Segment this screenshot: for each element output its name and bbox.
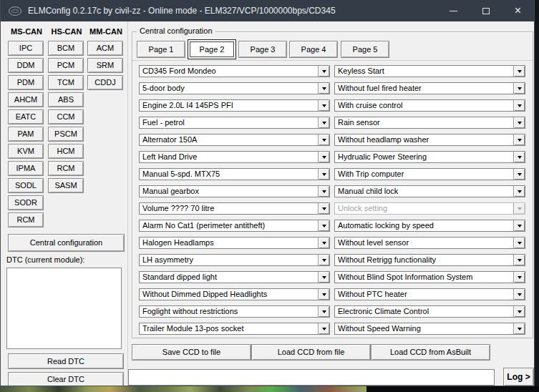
dropdown-arrow-button[interactable]: [513, 323, 525, 334]
dropdown-arrow-button[interactable]: [513, 272, 525, 283]
dropdown-arrow-button[interactable]: [318, 306, 329, 317]
dropdown-arrow-button[interactable]: [513, 100, 525, 111]
tab-page-2[interactable]: Page 2: [188, 39, 236, 59]
minimize-button[interactable]: [437, 0, 470, 21]
module-button-ms-can-kvm[interactable]: KVM: [8, 144, 44, 159]
dropdown-arrow-button[interactable]: [318, 323, 329, 334]
module-button-ms-can-sodl[interactable]: SODL: [8, 178, 44, 193]
config-dropdown-right-5[interactable]: Without headlamp washer: [334, 134, 525, 146]
module-button-mm-can-srm[interactable]: SRM: [87, 58, 123, 73]
config-dropdown-left-5[interactable]: Alternator 150A: [139, 134, 330, 146]
dropdown-arrow-button[interactable]: [513, 186, 525, 197]
config-dropdown-left-9[interactable]: Volume ???? 70 litre: [139, 202, 330, 215]
module-button-hs-can-pcm[interactable]: PCM: [48, 58, 84, 73]
dropdown-arrow-button[interactable]: [513, 169, 525, 180]
module-button-ms-can-ahcm[interactable]: AHCM: [8, 92, 44, 107]
dropdown-arrow-button[interactable]: [318, 66, 329, 77]
dropdown-arrow-button[interactable]: [318, 203, 329, 214]
config-dropdown-left-8[interactable]: Manual gearbox: [139, 185, 330, 197]
module-button-hs-can-rcm[interactable]: RCM: [48, 161, 84, 176]
module-button-mm-can-cddj[interactable]: CDDJ: [87, 75, 123, 90]
central-configuration-button[interactable]: Central configuration: [8, 234, 125, 252]
dropdown-arrow-button[interactable]: [318, 117, 329, 128]
dropdown-arrow-button[interactable]: [513, 255, 525, 265]
config-dropdown-left-4[interactable]: Fuel - petrol: [139, 117, 330, 129]
config-dropdown-left-12[interactable]: LH asymmetry: [139, 254, 330, 266]
config-dropdown-right-1[interactable]: Keyless Start: [334, 65, 525, 77]
config-dropdown-right-12[interactable]: Without Retrigg functionality: [334, 254, 525, 266]
config-dropdown-right-14[interactable]: Without PTC heater: [334, 288, 525, 300]
config-dropdown-left-11[interactable]: Halogen Headlamps: [139, 237, 330, 249]
tab-page-4[interactable]: Page 4: [289, 41, 338, 58]
module-button-ms-can-pdm[interactable]: PDM: [8, 75, 44, 90]
close-button[interactable]: ×: [502, 0, 534, 21]
dropdown-arrow-button[interactable]: [513, 152, 525, 162]
config-dropdown-left-15[interactable]: Foglight without restrictions: [139, 305, 330, 318]
config-dropdown-left-1[interactable]: CD345 Ford Mondeo: [139, 65, 330, 77]
dropdown-arrow-button[interactable]: [513, 66, 525, 77]
dropdown-arrow-button[interactable]: [318, 186, 329, 197]
module-button-hs-can-ccm[interactable]: CCM: [48, 109, 84, 124]
dropdown-arrow-button[interactable]: [318, 134, 329, 145]
dropdown-arrow-button[interactable]: [318, 83, 329, 94]
config-dropdown-left-13[interactable]: Standard dipped light: [139, 271, 330, 283]
config-dropdown-right-15[interactable]: Electronic Climate Control: [334, 305, 525, 318]
clear-dtc-button[interactable]: Clear DTC: [8, 372, 124, 386]
dropdown-arrow-button[interactable]: [318, 169, 329, 180]
module-button-ms-can-sodr[interactable]: SODR: [8, 195, 44, 210]
config-dropdown-right-11[interactable]: Without level sensor: [334, 237, 525, 249]
save-ccd-to-file-button[interactable]: Save CCD to file: [132, 344, 251, 361]
dropdown-arrow-button[interactable]: [513, 220, 525, 231]
config-dropdown-right-7[interactable]: With Trip computer: [334, 168, 525, 180]
tab-page-5[interactable]: Page 5: [341, 41, 389, 58]
module-button-ms-can-eatc[interactable]: EATC: [8, 109, 44, 124]
dropdown-arrow-button[interactable]: [318, 289, 329, 300]
load-ccd-from-asbuilt-button[interactable]: Load CCD from AsBuilt: [371, 344, 490, 361]
module-button-hs-can-abs[interactable]: ABS: [48, 92, 84, 107]
module-button-ms-can-pam[interactable]: PAM: [8, 127, 44, 142]
dropdown-arrow-button[interactable]: [513, 237, 525, 248]
module-button-ms-can-ipma[interactable]: IPMA: [8, 161, 44, 176]
config-dropdown-right-2[interactable]: Without fuel fired heater: [334, 82, 525, 94]
config-dropdown-right-4[interactable]: Rain sensor: [334, 117, 525, 129]
module-button-ms-can-rcm[interactable]: RCM: [8, 212, 44, 227]
load-ccd-from-file-button[interactable]: Load CCD from file: [251, 344, 371, 361]
module-button-hs-can-hcm[interactable]: HCM: [48, 144, 84, 159]
tab-page-1[interactable]: Page 1: [137, 41, 185, 58]
config-dropdown-right-8[interactable]: Manual child lock: [334, 185, 525, 197]
dropdown-arrow-button[interactable]: [318, 220, 329, 231]
module-button-mm-can-acm[interactable]: ACM: [87, 41, 123, 56]
config-dropdown-right-6[interactable]: Hydrualic Power Steering: [334, 151, 525, 163]
config-dropdown-right-13[interactable]: Without Blind Spot Information System: [334, 271, 525, 283]
module-button-hs-can-bcm[interactable]: BCM: [48, 41, 84, 56]
module-button-ms-can-ipc[interactable]: IPC: [8, 41, 44, 56]
dropdown-arrow-button[interactable]: [513, 83, 525, 94]
log-button[interactable]: Log >: [503, 368, 534, 386]
dropdown-arrow-button[interactable]: [318, 152, 329, 162]
config-dropdown-left-3[interactable]: Engine 2.0L I4 145PS PFI: [139, 99, 330, 112]
config-dropdown-left-14[interactable]: Without Dimmed Dipped Headlights: [139, 288, 330, 300]
read-dtc-button[interactable]: Read DTC: [8, 353, 124, 369]
config-dropdown-left-6[interactable]: Left Hand Drive: [139, 151, 330, 163]
dropdown-arrow-button[interactable]: [513, 306, 525, 317]
config-dropdown-right-10[interactable]: Automatic locking by speed: [334, 220, 525, 232]
dropdown-arrow-button[interactable]: [513, 117, 525, 128]
config-dropdown-left-7[interactable]: Manual 5-spd. MTX75: [139, 168, 330, 180]
config-dropdown-right-3[interactable]: With cruise control: [334, 99, 525, 112]
dropdown-arrow-button[interactable]: [318, 237, 329, 248]
config-dropdown-left-16[interactable]: Trailer Module 13-pos socket: [139, 323, 330, 335]
dropdown-arrow-button[interactable]: [513, 289, 525, 300]
module-button-ms-can-ddm[interactable]: DDM: [8, 58, 44, 73]
module-button-hs-can-tcm[interactable]: TCM: [48, 75, 84, 90]
dropdown-arrow-button[interactable]: [318, 255, 329, 265]
module-button-hs-can-pscm[interactable]: PSCM: [48, 127, 84, 142]
dropdown-arrow-button[interactable]: [318, 272, 329, 283]
maximize-button[interactable]: [470, 0, 502, 21]
dropdown-arrow-button[interactable]: [513, 134, 525, 145]
tab-page-3[interactable]: Page 3: [238, 41, 287, 58]
config-dropdown-left-2[interactable]: 5-door body: [139, 82, 330, 94]
dropdown-arrow-button[interactable]: [318, 100, 329, 111]
status-input[interactable]: [128, 369, 495, 386]
config-dropdown-right-16[interactable]: Without Speed Warning: [334, 323, 525, 335]
config-dropdown-left-10[interactable]: Alarm No Cat1 (perimeter antitheft): [139, 220, 330, 232]
